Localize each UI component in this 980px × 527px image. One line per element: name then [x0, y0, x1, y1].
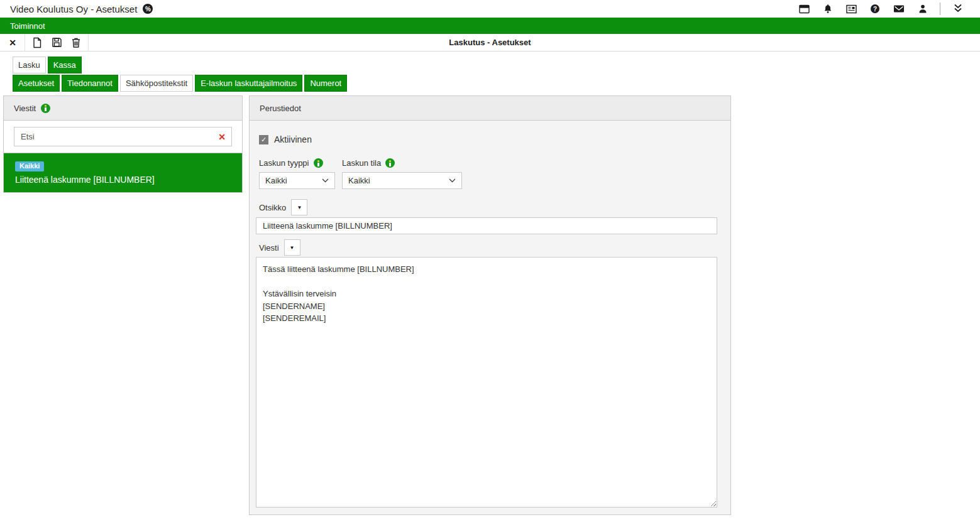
select-labels-row: Laskun tyyppi Laskun tila: [259, 158, 721, 168]
titlebar: Video Koulutus Oy - Asetukset % ?: [0, 0, 980, 18]
main-content: Viestit ✕ Kaikki Liitteenä laskumme [BIL…: [0, 95, 980, 515]
message-list: Kaikki Liitteenä laskumme [BILLNUMBER]: [4, 153, 242, 192]
search-input[interactable]: [14, 132, 212, 141]
toolbar-group: [30, 36, 83, 50]
active-checkbox[interactable]: ✓: [259, 135, 268, 144]
message-dropdown-icon[interactable]: ▼: [284, 239, 300, 256]
titlebar-divider: [940, 3, 940, 15]
close-icon[interactable]: ✕: [6, 36, 19, 50]
menu-toiminnot[interactable]: Toiminnot: [10, 21, 45, 31]
selects-row: Kaikki Kaikki: [259, 172, 721, 189]
menubar: Toiminnot: [0, 18, 980, 34]
invoice-type-label: Laskun tyyppi: [259, 158, 309, 168]
search-box: ✕: [14, 127, 232, 146]
info-icon[interactable]: [41, 104, 50, 113]
list-item[interactable]: Kaikki Liitteenä laskumme [BILLNUMBER]: [4, 153, 242, 192]
tabs-level1: Lasku Kassa: [13, 57, 980, 73]
invoice-status-label: Laskun tila: [342, 158, 381, 168]
toolbar-separator: [88, 34, 89, 51]
messages-panel: Viestit ✕ Kaikki Liitteenä laskumme [BIL…: [3, 95, 243, 193]
save-icon[interactable]: [50, 36, 63, 50]
invoice-status-select[interactable]: Kaikki: [342, 172, 462, 189]
help-icon[interactable]: ?: [870, 4, 880, 14]
bell-icon[interactable]: [823, 4, 833, 14]
tab-tiedonannot[interactable]: Tiedonannot: [62, 75, 118, 92]
info-icon[interactable]: [385, 158, 395, 168]
invoice-type-value: Kaikki: [265, 176, 287, 185]
invoice-status-label-row: Laskun tila: [342, 158, 395, 168]
clear-search-icon[interactable]: ✕: [212, 132, 231, 142]
toolbar: ✕ Laskutus - Asetukset: [0, 34, 980, 52]
titlebar-icons: ?: [799, 4, 928, 14]
list-item-label: Liitteenä laskumme [BILLNUMBER]: [15, 175, 231, 185]
tabs-level2: Asetukset Tiedonannot Sähköpostitekstit …: [13, 75, 980, 92]
subject-input[interactable]: [256, 217, 717, 234]
double-chevron-down-icon[interactable]: [952, 3, 964, 15]
details-panel-header: Perustiedot: [250, 96, 730, 121]
subject-label-row: Otsikko ▼: [259, 199, 721, 215]
page-title: Laskutus - Asetukset: [0, 38, 980, 47]
window-icon[interactable]: [799, 4, 810, 14]
chevron-down-icon: [322, 178, 329, 183]
tab-sahkopostitekstit[interactable]: Sähköpostitekstit: [120, 75, 193, 92]
mail-icon[interactable]: [893, 4, 905, 13]
details-panel: Perustiedot ✓ Aktiivinen Laskun tyyppi L…: [249, 95, 731, 515]
message-label-row: Viesti ▼: [259, 239, 721, 256]
chevron-down-icon: [449, 178, 456, 183]
invoice-type-select[interactable]: Kaikki: [259, 172, 335, 189]
active-checkbox-label: Aktiivinen: [274, 134, 312, 144]
subject-dropdown-icon[interactable]: ▼: [291, 199, 307, 215]
message-label: Viesti: [259, 243, 279, 253]
percent-circle-icon[interactable]: %: [143, 4, 153, 14]
message-textarea-wrap: Tässä liitteenä laskumme [BILLNUMBER] Ys…: [256, 257, 717, 508]
new-document-icon[interactable]: [30, 36, 44, 50]
delete-icon[interactable]: [69, 36, 83, 50]
subject-label: Otsikko: [259, 203, 286, 212]
details-panel-body: ✓ Aktiivinen Laskun tyyppi Laskun tila K…: [250, 121, 730, 516]
svg-text:?: ?: [873, 6, 877, 13]
tab-asetukset[interactable]: Asetukset: [13, 75, 60, 92]
status-badge: Kaikki: [15, 161, 44, 171]
message-textarea[interactable]: Tässä liitteenä laskumme [BILLNUMBER] Ys…: [256, 257, 717, 508]
toolbar-separator: [25, 34, 25, 51]
messages-panel-title: Viestit: [14, 104, 36, 113]
invoice-status-value: Kaikki: [348, 176, 370, 185]
user-icon[interactable]: [918, 4, 928, 14]
tab-elaskun-laskuttajailmoitus[interactable]: E-laskun laskuttajailmoitus: [195, 75, 302, 92]
search-section: ✕: [4, 121, 242, 153]
app-title: Video Koulutus Oy - Asetukset: [10, 4, 137, 14]
invoice-type-label-row: Laskun tyyppi: [259, 158, 342, 168]
details-panel-title: Perustiedot: [260, 104, 301, 113]
messages-panel-header: Viestit: [4, 96, 242, 121]
tab-kassa[interactable]: Kassa: [48, 57, 82, 73]
tab-numerot[interactable]: Numerot: [304, 75, 347, 92]
news-icon[interactable]: [846, 4, 857, 14]
info-icon[interactable]: [314, 158, 323, 168]
active-checkbox-row: ✓ Aktiivinen: [259, 134, 721, 144]
tab-lasku[interactable]: Lasku: [13, 57, 46, 73]
